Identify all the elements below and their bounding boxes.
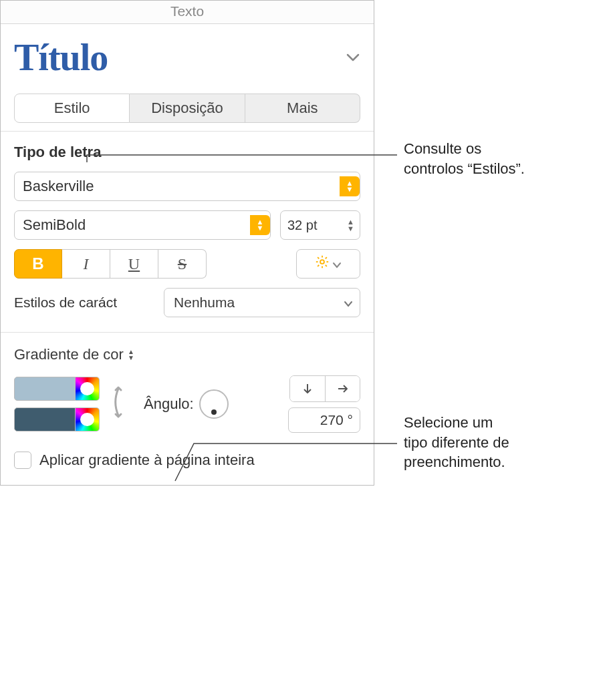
callout-fill-type: Selecione um tipo diferente de preenchim… <box>404 413 509 472</box>
callout-styles: Consulte os controlos “Estilos”. <box>404 139 525 178</box>
